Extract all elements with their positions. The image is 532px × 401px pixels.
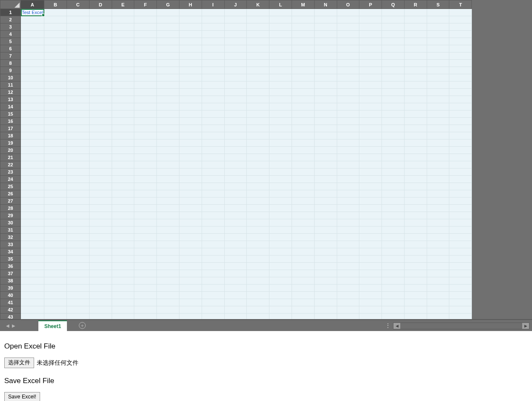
cell[interactable]: [449, 147, 472, 154]
cell[interactable]: [66, 60, 89, 67]
cell[interactable]: [427, 96, 449, 103]
cell[interactable]: [202, 45, 224, 52]
cell[interactable]: [337, 52, 359, 60]
cell[interactable]: [89, 81, 112, 89]
cell[interactable]: [269, 154, 292, 161]
cell[interactable]: [202, 16, 224, 23]
cell[interactable]: [247, 60, 269, 67]
cell[interactable]: [179, 314, 202, 320]
cell[interactable]: [134, 52, 157, 60]
cell[interactable]: [449, 212, 472, 219]
cell[interactable]: [314, 154, 337, 161]
cell[interactable]: [179, 139, 202, 147]
cell[interactable]: [337, 154, 359, 161]
cell[interactable]: [337, 169, 359, 176]
cell[interactable]: [314, 169, 337, 176]
cell[interactable]: [337, 161, 359, 169]
cell[interactable]: [382, 299, 405, 306]
cell[interactable]: [404, 132, 427, 139]
cell[interactable]: [449, 38, 472, 45]
cell[interactable]: [382, 154, 405, 161]
cell[interactable]: [359, 263, 382, 270]
cell[interactable]: [44, 110, 67, 118]
cell[interactable]: [66, 256, 89, 263]
cell[interactable]: [359, 38, 382, 45]
cell[interactable]: [44, 125, 67, 132]
cell[interactable]: [314, 241, 337, 248]
cell[interactable]: [224, 9, 247, 16]
cell[interactable]: [44, 16, 67, 23]
cell[interactable]: [89, 118, 112, 125]
row-header[interactable]: 43: [0, 314, 21, 320]
cell[interactable]: [382, 67, 405, 74]
row-header[interactable]: 40: [0, 292, 21, 299]
cell[interactable]: [404, 110, 427, 118]
cell[interactable]: [66, 285, 89, 292]
cell[interactable]: [89, 256, 112, 263]
cell[interactable]: [292, 103, 314, 110]
cell[interactable]: [269, 96, 292, 103]
cell[interactable]: [427, 103, 449, 110]
cell[interactable]: [314, 314, 337, 320]
cell[interactable]: [224, 16, 247, 23]
cell[interactable]: [292, 277, 314, 285]
cell[interactable]: [427, 219, 449, 227]
cell[interactable]: [202, 31, 224, 38]
cell[interactable]: [382, 205, 405, 212]
cell[interactable]: [359, 147, 382, 154]
cell[interactable]: [427, 139, 449, 147]
cell[interactable]: [202, 277, 224, 285]
cell[interactable]: [337, 241, 359, 248]
cell[interactable]: [44, 212, 67, 219]
cell[interactable]: [112, 256, 134, 263]
cell[interactable]: [247, 74, 269, 81]
cell[interactable]: [314, 227, 337, 234]
cell[interactable]: [134, 277, 157, 285]
cell[interactable]: [269, 299, 292, 306]
cell[interactable]: [89, 219, 112, 227]
cell[interactable]: [449, 198, 472, 205]
cell[interactable]: [337, 248, 359, 256]
cell[interactable]: [359, 176, 382, 183]
cell[interactable]: [112, 205, 134, 212]
row-header[interactable]: 34: [0, 248, 21, 256]
cell[interactable]: [179, 299, 202, 306]
cell[interactable]: [66, 161, 89, 169]
cell[interactable]: [247, 147, 269, 154]
cell[interactable]: [359, 60, 382, 67]
cell[interactable]: [359, 118, 382, 125]
cell[interactable]: [112, 234, 134, 241]
cell[interactable]: [269, 248, 292, 256]
cell[interactable]: [269, 45, 292, 52]
cell[interactable]: [44, 248, 67, 256]
cell[interactable]: [292, 74, 314, 81]
cell[interactable]: [427, 147, 449, 154]
cell[interactable]: [21, 154, 44, 161]
cell[interactable]: [224, 67, 247, 74]
cell[interactable]: [269, 74, 292, 81]
cell[interactable]: [157, 139, 179, 147]
cell[interactable]: [202, 154, 224, 161]
cell[interactable]: [112, 183, 134, 190]
cell[interactable]: [224, 241, 247, 248]
column-header[interactable]: G: [157, 0, 179, 9]
cell[interactable]: [89, 67, 112, 74]
cell[interactable]: [337, 227, 359, 234]
cell[interactable]: [269, 31, 292, 38]
cell[interactable]: [359, 132, 382, 139]
cell[interactable]: [112, 125, 134, 132]
cell[interactable]: [359, 103, 382, 110]
row-header[interactable]: 13: [0, 96, 21, 103]
cell[interactable]: [224, 132, 247, 139]
cell[interactable]: [179, 9, 202, 16]
cell[interactable]: [134, 81, 157, 89]
cell[interactable]: [89, 103, 112, 110]
cell[interactable]: [269, 89, 292, 96]
cell[interactable]: [382, 60, 405, 67]
cell[interactable]: [134, 31, 157, 38]
row-header[interactable]: 19: [0, 139, 21, 147]
cell[interactable]: [382, 292, 405, 299]
cell[interactable]: [44, 74, 67, 81]
cell[interactable]: [179, 110, 202, 118]
cell[interactable]: [292, 198, 314, 205]
